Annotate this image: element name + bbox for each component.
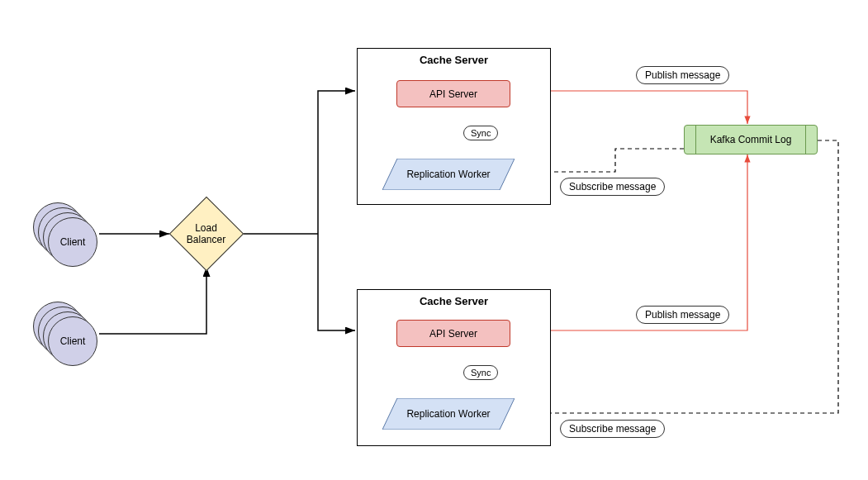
replication-worker-label: Replication Worker [406, 169, 490, 180]
load-balancer-label: Load Balancer [187, 222, 225, 246]
cache-server-1: Cache Server API Server Sync Replication… [357, 48, 551, 205]
client-circle-front: Client [48, 217, 97, 267]
kafka-rail [805, 126, 817, 154]
diagram-canvas: Client Client Load Balancer Cache Server… [0, 0, 868, 480]
replication-worker-shape: Replication Worker [382, 398, 515, 430]
subscribe-label-2: Subscribe message [560, 420, 665, 438]
client-circle-front: Client [48, 316, 97, 366]
load-balancer: Load Balancer [169, 197, 244, 272]
replication-worker-label: Replication Worker [406, 408, 490, 420]
subscribe-label-1: Subscribe message [560, 178, 665, 196]
client-label: Client [60, 335, 86, 347]
api-server-label: API Server [429, 88, 477, 100]
client-stack-1: Client [33, 202, 99, 269]
api-server-box: API Server [396, 80, 510, 107]
client-stack-2: Client [33, 302, 99, 368]
sync-label: Sync [463, 365, 498, 380]
client-label: Client [60, 236, 86, 248]
replication-worker-shape: Replication Worker [382, 159, 515, 190]
cache-server-title: Cache Server [358, 295, 550, 307]
publish-label-1: Publish message [636, 66, 729, 84]
cache-server-title: Cache Server [358, 54, 550, 66]
sync-label: Sync [463, 126, 498, 140]
kafka-rail [685, 126, 696, 154]
kafka-commit-log: Kafka Commit Log [684, 125, 818, 154]
publish-label-2: Publish message [636, 306, 729, 324]
kafka-label: Kafka Commit Log [710, 134, 792, 145]
api-server-box: API Server [396, 320, 510, 347]
cache-server-2: Cache Server API Server Sync Replication… [357, 289, 551, 446]
api-server-label: API Server [429, 328, 477, 340]
